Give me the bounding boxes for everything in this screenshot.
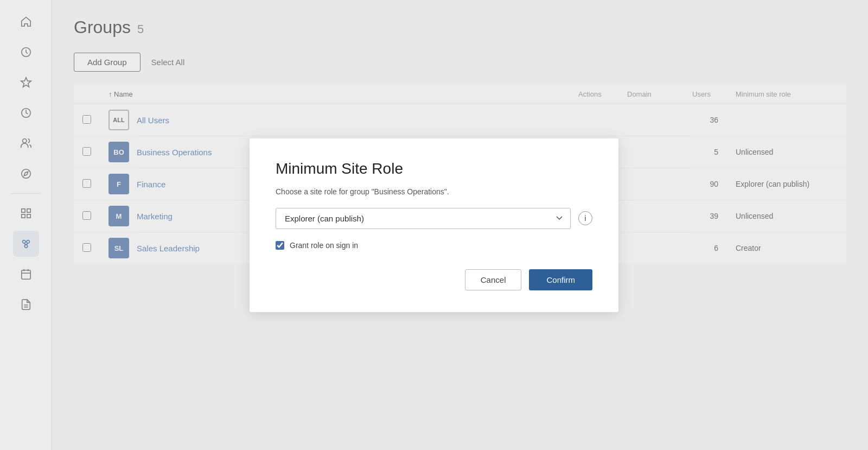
modal-description: Choose a site role for group "Business O… bbox=[276, 187, 592, 196]
modal-select-row: UnlicensedViewerExplorerExplorer (can pu… bbox=[276, 208, 592, 229]
grant-role-checkbox[interactable] bbox=[276, 241, 284, 250]
grant-role-label[interactable]: Grant role on sign in bbox=[290, 241, 358, 250]
main-content: Groups 5 Add Group Select All ↑ Name Act… bbox=[52, 0, 868, 450]
role-select[interactable]: UnlicensedViewerExplorerExplorer (can pu… bbox=[276, 208, 571, 229]
modal-overlay: Minimum Site Role Choose a site role for… bbox=[52, 0, 868, 450]
modal-title: Minimum Site Role bbox=[276, 160, 592, 178]
minimum-site-role-modal: Minimum Site Role Choose a site role for… bbox=[250, 138, 618, 312]
modal-actions: Cancel Confirm bbox=[276, 269, 592, 290]
modal-checkbox-row: Grant role on sign in bbox=[276, 241, 592, 250]
info-icon[interactable]: i bbox=[578, 211, 592, 225]
cancel-button[interactable]: Cancel bbox=[465, 269, 522, 290]
confirm-button[interactable]: Confirm bbox=[529, 269, 592, 290]
